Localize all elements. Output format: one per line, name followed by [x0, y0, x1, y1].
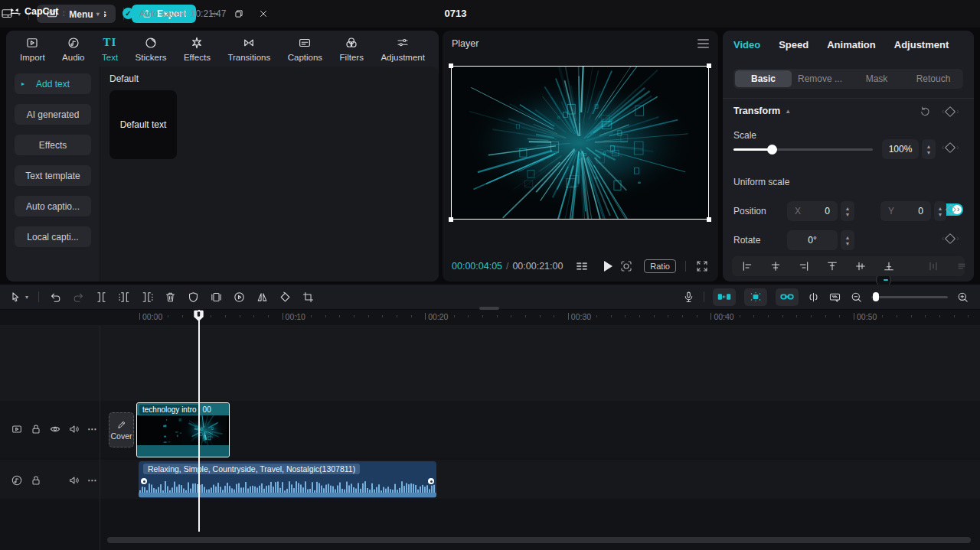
shield-icon[interactable] — [187, 291, 200, 304]
menu-button[interactable]: Menu ▾ — [64, 5, 104, 23]
record-voiceover-button[interactable] — [682, 291, 695, 304]
slider-thumb[interactable] — [873, 292, 879, 301]
tab-stickers[interactable]: Stickers — [136, 35, 167, 62]
zoom-out-icon[interactable] — [850, 291, 863, 304]
preview-focus-icon[interactable] — [619, 259, 633, 273]
transform-header[interactable]: Transform ▲ — [733, 106, 791, 116]
position-y-input[interactable]: Y 0 — [880, 201, 931, 221]
delete-left-button[interactable] — [118, 291, 131, 304]
sidebar-item-effects[interactable]: Effects — [15, 135, 91, 155]
timeline-zoom-slider[interactable] — [871, 291, 948, 302]
audio-clip[interactable]: Relaxing, Simple, Countryside, Travel, N… — [139, 461, 436, 498]
position-x-stepper[interactable]: ▲▼ — [841, 201, 854, 221]
rotate-icon[interactable] — [279, 291, 292, 304]
transform-keyframe[interactable]: ‹› — [942, 107, 959, 116]
delete-right-button[interactable] — [141, 291, 154, 304]
ruler-tick — [939, 315, 940, 317]
sidebar-item-auto-captions[interactable]: Auto captio... — [15, 196, 91, 216]
video-preview[interactable] — [451, 66, 709, 220]
tab-audio[interactable]: Audio — [62, 35, 84, 62]
subtab-remove[interactable]: Remove ... — [792, 70, 848, 87]
rotate-stepper[interactable]: ▲▼ — [841, 230, 854, 250]
tab-adjustment[interactable]: Adjustment — [381, 35, 425, 62]
auto-snap-toggle[interactable] — [744, 288, 767, 306]
sidebar-item-text-template[interactable]: Text template — [15, 165, 91, 186]
scale-slider[interactable] — [733, 148, 873, 151]
restore-button[interactable] — [228, 4, 250, 24]
frame-view-icon[interactable] — [575, 259, 589, 273]
slider-thumb[interactable] — [767, 145, 777, 155]
sidebar-item-ai-generated[interactable]: AI generated — [15, 104, 91, 125]
cover-button[interactable]: Cover — [109, 412, 134, 447]
tab-speed[interactable]: Speed — [779, 39, 808, 50]
default-text-card[interactable]: Default text — [109, 90, 177, 159]
selection-handle[interactable] — [707, 63, 711, 68]
speaker-icon[interactable] — [68, 474, 80, 487]
position-x-input[interactable]: X 0 — [787, 201, 838, 221]
tab-video[interactable]: Video — [733, 39, 760, 50]
magnetic-snap-toggle[interactable] — [713, 288, 736, 306]
fade-out-handle[interactable] — [428, 478, 434, 484]
align-left-icon[interactable] — [741, 260, 753, 272]
align-right-icon[interactable] — [798, 260, 810, 272]
ratio-button[interactable]: Ratio — [644, 259, 676, 273]
speaker-icon[interactable] — [68, 423, 80, 435]
preview-quality-icon[interactable] — [828, 291, 841, 304]
selection-handle[interactable] — [707, 217, 711, 222]
link-toggle[interactable] — [776, 288, 799, 306]
overlay-icon[interactable] — [210, 291, 223, 304]
undo-button[interactable] — [49, 291, 62, 304]
scale-stepper[interactable]: ▲▼ — [922, 139, 936, 159]
align-top-icon[interactable] — [826, 260, 838, 272]
video-clip[interactable]: technology intro 00 — [136, 402, 230, 457]
tab-captions[interactable]: Captions — [288, 35, 322, 62]
select-tool-button[interactable]: ▾ — [9, 291, 28, 304]
horizontal-scrollbar[interactable] — [107, 537, 971, 543]
distribute-horizontal-icon[interactable] — [927, 260, 939, 272]
fullscreen-icon[interactable] — [695, 259, 709, 273]
lock-icon[interactable] — [30, 474, 42, 487]
align-center-vertical-icon[interactable] — [854, 260, 867, 272]
rotate-keyframe[interactable]: ‹› — [942, 234, 959, 242]
rotate-value-input[interactable]: 0° — [787, 230, 838, 250]
distribute-vertical-icon[interactable] — [956, 260, 968, 272]
selection-handle[interactable] — [449, 217, 453, 222]
scale-value-input[interactable]: 100% — [882, 139, 919, 159]
speed-icon[interactable] — [233, 291, 246, 304]
eye-icon[interactable] — [49, 423, 61, 435]
timeline-ruler[interactable]: 00:0000:1000:2000:3000:4000:50 — [0, 309, 980, 325]
delete-button[interactable] — [164, 291, 177, 304]
mirror-icon[interactable] — [256, 291, 269, 304]
sidebar-item-local-captions[interactable]: Local capti... — [15, 226, 91, 247]
sidebar-item-add-text[interactable]: ▸Add text — [15, 73, 91, 94]
align-center-horizontal-icon[interactable] — [769, 260, 782, 272]
tab-text[interactable]: TI Text — [102, 35, 118, 62]
subtab-mask[interactable]: Mask — [848, 70, 905, 87]
position-keyframe[interactable]: › — [947, 205, 959, 213]
tab-import[interactable]: Import — [20, 35, 45, 62]
play-button[interactable] — [604, 261, 612, 272]
scale-keyframe[interactable]: ‹› — [942, 143, 959, 151]
split-button[interactable] — [95, 291, 108, 304]
zoom-in-icon[interactable] — [956, 291, 969, 304]
reset-transform-button[interactable] — [919, 105, 931, 117]
tab-transitions[interactable]: Transitions — [227, 35, 270, 62]
more-icon[interactable]: ⋯ — [87, 475, 97, 486]
tab-adjustment[interactable]: Adjustment — [894, 39, 949, 50]
tab-effects[interactable]: Effects — [184, 35, 211, 62]
redo-button[interactable] — [72, 291, 85, 304]
close-button[interactable] — [253, 4, 274, 24]
lock-icon[interactable] — [30, 423, 42, 435]
selection-handle[interactable] — [449, 63, 453, 68]
fade-in-handle[interactable] — [141, 478, 147, 484]
crop-icon[interactable] — [302, 291, 315, 304]
position-y-stepper[interactable]: ▲▼ — [934, 201, 946, 221]
more-icon[interactable]: ⋯ — [87, 424, 97, 434]
subtab-retouch[interactable]: Retouch — [905, 70, 962, 87]
preview-axis-icon[interactable] — [807, 291, 820, 304]
player-menu-icon[interactable] — [697, 39, 709, 48]
tab-animation[interactable]: Animation — [827, 39, 876, 50]
align-bottom-icon[interactable] — [883, 260, 895, 272]
subtab-basic[interactable]: Basic — [735, 70, 792, 87]
tab-filters[interactable]: Filters — [340, 35, 364, 62]
